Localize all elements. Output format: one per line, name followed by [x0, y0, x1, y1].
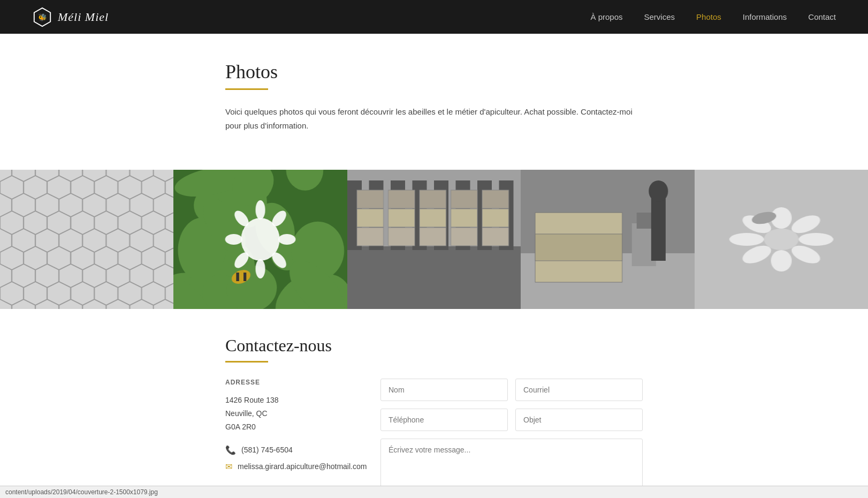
nom-input[interactable]	[380, 379, 508, 401]
form-row-2	[380, 409, 643, 431]
nav-item-contact[interactable]: Contact	[808, 12, 836, 22]
page-description: Voici quelques photos qui vous feront dé…	[225, 105, 643, 132]
address-line1: 1426 Route 138	[225, 396, 279, 404]
photo-5	[695, 170, 868, 309]
photo-4	[521, 170, 694, 309]
photo-strip	[0, 170, 868, 309]
phone-icon: 📞	[225, 445, 236, 455]
address-label: ADRESSE	[225, 379, 354, 386]
page-title: Photos	[225, 61, 643, 83]
contact-form	[380, 379, 643, 498]
logo[interactable]: 🐝 Méli Miel	[32, 7, 109, 27]
contact-address: ADRESSE 1426 Route 138 Neuville, QC G0A …	[225, 379, 354, 498]
nav-item-photos[interactable]: Photos	[696, 12, 721, 22]
nav-item-apropos[interactable]: À propos	[590, 12, 622, 22]
contact-underline	[225, 361, 268, 363]
contact-title: Contactez-nous	[225, 336, 643, 356]
telephone-input[interactable]	[380, 409, 508, 431]
title-underline	[225, 88, 268, 90]
courriel-input[interactable]	[515, 379, 643, 401]
phone-item: 📞 (581) 745-6504	[225, 445, 354, 455]
message-textarea[interactable]	[380, 439, 643, 492]
address-line3: G0A 2R0	[225, 422, 256, 431]
nav-links: À propos Services Photos Informations Co…	[590, 12, 836, 22]
email-item: ✉ melissa.girard.apiculture@hotmail.com	[225, 462, 354, 472]
logo-icon: 🐝	[32, 7, 52, 27]
form-row-1	[380, 379, 643, 401]
phone-number: (581) 745-6504	[241, 446, 293, 454]
svg-text:🐝: 🐝	[38, 12, 47, 21]
objet-input[interactable]	[515, 409, 643, 431]
photo-2	[173, 170, 347, 309]
address-line2: Neuville, QC	[225, 409, 268, 418]
email-address: melissa.girard.apiculture@hotmail.com	[238, 462, 367, 471]
status-text: content/uploads/2019/04/couverture-2-150…	[5, 488, 158, 496]
photo-1	[0, 170, 173, 309]
email-icon: ✉	[225, 462, 232, 472]
address-text: 1426 Route 138 Neuville, QC G0A 2R0	[225, 394, 354, 434]
nav-item-services[interactable]: Services	[644, 12, 675, 22]
main-nav: 🐝 Méli Miel À propos Services Photos Inf…	[0, 0, 868, 34]
status-bar: content/uploads/2019/04/couverture-2-150…	[0, 486, 868, 498]
logo-text: Méli Miel	[58, 10, 109, 24]
nav-item-informations[interactable]: Informations	[743, 12, 787, 22]
contact-section: Contactez-nous ADRESSE 1426 Route 138 Ne…	[215, 309, 653, 498]
photo-3	[347, 170, 521, 309]
contact-body: ADRESSE 1426 Route 138 Neuville, QC G0A …	[225, 379, 643, 498]
photos-content: Photos Voici quelques photos qui vous fe…	[215, 34, 653, 154]
